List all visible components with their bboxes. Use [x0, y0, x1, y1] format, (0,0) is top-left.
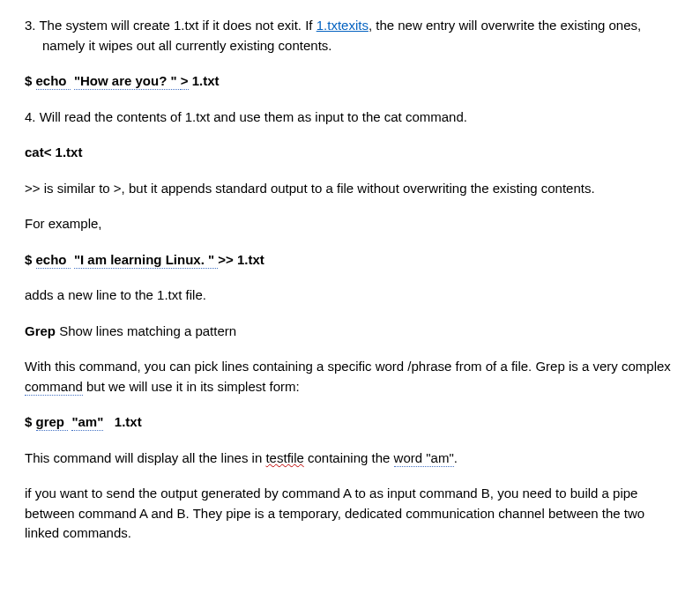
word-command: command	[25, 379, 83, 396]
word-testfile: testfile	[265, 450, 303, 465]
paragraph-4: 4. Will read the contents of 1.txt and u…	[25, 108, 675, 128]
paragraph-grep-heading: Grep Show lines matching a pattern	[25, 322, 675, 342]
paragraph-pipe-desc: if you want to send the output generated…	[25, 484, 675, 544]
text: For example,	[25, 216, 102, 231]
text: Show lines matching a pattern	[56, 323, 236, 338]
prompt: $	[25, 73, 36, 88]
echo-arg: "How are you? "	[74, 73, 181, 90]
text: 4. Will read the contents of 1.txt and u…	[25, 109, 467, 124]
cmd-echo: echo	[36, 252, 71, 269]
text: cat< 1.txt	[25, 145, 82, 159]
text: The system will create 1.txt if it does …	[39, 18, 316, 33]
text: if you want to send the output generated…	[25, 486, 644, 540]
paragraph-grep-desc: With this command, you can pick lines co…	[25, 357, 675, 397]
heading-grep: Grep	[25, 323, 56, 338]
grep-pattern: "am"	[71, 414, 103, 431]
paragraph-adds-line: adds a new line to the 1.txt file.	[25, 285, 675, 306]
cmd-grep: grep	[36, 414, 69, 431]
redirect-op: >	[181, 73, 189, 90]
word-am: word "am"	[394, 450, 454, 467]
command-echo-append: $ echo "I am learning Linux. " >> 1.txt	[25, 250, 675, 271]
command-echo-redirect: $ echo "How are you? " > 1.txt	[25, 71, 675, 92]
echo-arg: "I am learning Linux. "	[74, 252, 218, 269]
link-1txtexits[interactable]: 1.txtexits	[316, 18, 369, 33]
list-number: 3.	[25, 18, 39, 33]
text: >> is similar to >, but it appends stand…	[25, 181, 595, 196]
append-op: >> 1.txt	[218, 252, 264, 267]
text: This command will display all the lines …	[25, 450, 265, 465]
command-cat-input: cat< 1.txt	[25, 143, 675, 163]
paragraph-grep-result: This command will display all the lines …	[25, 449, 675, 469]
text: but we will use it in its simplest form:	[83, 379, 300, 394]
prompt: $	[25, 252, 36, 267]
text: containing the	[304, 450, 394, 465]
text: With this command, you can pick lines co…	[25, 359, 671, 374]
text: adds a new line to the 1.txt file.	[25, 287, 206, 302]
paragraph-3: 3. The system will create 1.txt if it do…	[25, 16, 675, 56]
paragraph-example-lead: For example,	[25, 214, 675, 234]
command-grep: $ grep "am" 1.txt	[25, 412, 675, 433]
prompt: $	[25, 414, 36, 429]
cmd-echo: echo	[36, 73, 71, 90]
paragraph-append-desc: >> is similar to >, but it appends stand…	[25, 179, 675, 199]
filename: 1.txt	[189, 73, 220, 88]
text: .	[454, 450, 458, 465]
filename: 1.txt	[103, 414, 141, 429]
